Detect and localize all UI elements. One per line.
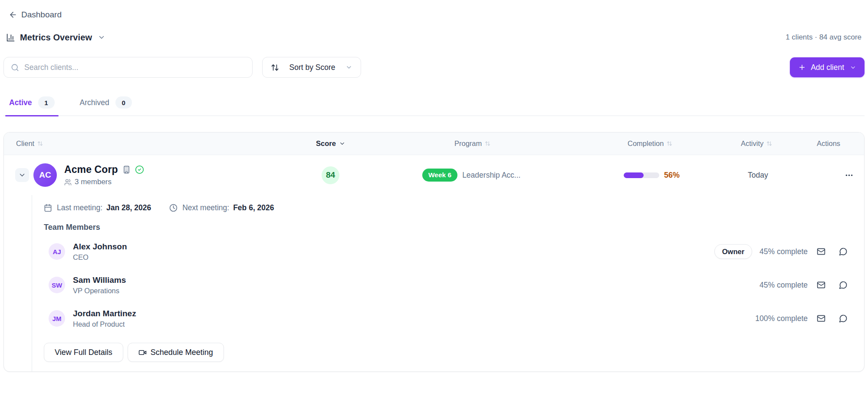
tab-archived[interactable]: Archived 0	[76, 96, 136, 116]
add-client-label: Add client	[811, 63, 844, 72]
message-member-button[interactable]	[835, 277, 851, 293]
sort-arrows-icon	[271, 63, 279, 72]
completion-fill	[624, 172, 644, 178]
table-header-row: Client Score Program Completion	[4, 132, 864, 155]
tab-active-label: Active	[9, 98, 32, 107]
bar-chart-icon	[6, 33, 15, 42]
member-name: Jordan Martinez	[73, 309, 136, 318]
client-details-panel: Last meeting: Jan 28, 2026 Next meeting:…	[32, 195, 864, 371]
verified-check-icon	[135, 165, 144, 174]
column-header-score[interactable]: Score	[315, 139, 441, 148]
column-header-actions: Actions	[809, 139, 865, 148]
building-icon	[122, 166, 131, 174]
sort-arrows-icon	[37, 141, 43, 146]
search-icon	[11, 63, 19, 72]
view-details-label: View Full Details	[55, 348, 112, 357]
clients-table: Client Score Program Completion	[3, 132, 865, 372]
chevron-down-icon	[339, 140, 345, 147]
expand-row-button[interactable]	[15, 168, 29, 182]
clock-icon	[169, 204, 178, 212]
arrow-left-icon	[9, 10, 17, 19]
activity-value: Today	[736, 171, 809, 180]
client-avatar: AC	[33, 163, 57, 187]
email-member-button[interactable]	[813, 311, 829, 326]
sort-label: Sort by Score	[279, 63, 345, 72]
team-member-row: SW Sam Williams VP Operations 45% comple…	[44, 272, 851, 298]
plus-icon	[798, 63, 806, 71]
message-member-button[interactable]	[835, 244, 851, 259]
schedule-meeting-button[interactable]: Schedule Meeting	[128, 343, 224, 362]
sort-arrows-icon	[667, 141, 672, 146]
owner-badge: Owner	[714, 244, 752, 259]
member-role: VP Operations	[73, 287, 126, 295]
team-member-row: AJ Alex Johnson CEO Owner 45% complete	[44, 239, 851, 264]
chevron-down-icon	[98, 33, 105, 41]
week-badge: Week 6	[422, 169, 457, 182]
search-box	[3, 57, 253, 78]
mail-icon	[817, 247, 825, 256]
calendar-icon	[44, 204, 52, 212]
chat-bubble-icon	[839, 247, 848, 256]
member-name: Alex Johnson	[73, 242, 127, 252]
chevron-down-icon	[850, 64, 856, 71]
member-progress: 45% complete	[760, 281, 808, 290]
view-title: Metrics Overview	[20, 33, 92, 43]
member-role: Head of Product	[73, 320, 136, 328]
chevron-down-icon	[345, 64, 352, 71]
client-dashboard-page: Dashboard Metrics Overview 1 clients · 8…	[0, 0, 868, 404]
tab-active[interactable]: Active 1	[5, 96, 59, 116]
last-meeting-label: Last meeting:	[57, 203, 102, 212]
view-full-details-button[interactable]: View Full Details	[44, 343, 123, 362]
row-actions-menu-button[interactable]	[841, 167, 857, 183]
column-header-program[interactable]: Program	[441, 139, 623, 148]
last-meeting-value: Jan 28, 2026	[106, 203, 151, 212]
score-badge: 84	[322, 166, 339, 184]
members-count-label: 3 members	[75, 178, 112, 186]
column-header-completion[interactable]: Completion	[623, 139, 736, 148]
client-row[interactable]: AC Acme Corp	[4, 155, 864, 195]
mail-icon	[817, 281, 825, 289]
back-label: Dashboard	[21, 10, 62, 20]
mail-icon	[817, 314, 825, 323]
ellipsis-icon	[845, 171, 854, 180]
member-role: CEO	[73, 253, 127, 262]
column-header-client[interactable]: Client	[4, 139, 315, 148]
member-avatar: AJ	[49, 243, 65, 260]
email-member-button[interactable]	[813, 244, 829, 259]
video-camera-icon	[138, 348, 147, 357]
chat-bubble-icon	[839, 281, 848, 289]
schedule-meeting-label: Schedule Meeting	[151, 348, 213, 357]
tab-archived-label: Archived	[80, 98, 109, 107]
tab-archived-count-badge: 0	[115, 96, 132, 109]
completion-percent: 56%	[664, 171, 680, 180]
sort-arrows-icon	[766, 141, 772, 146]
sort-button[interactable]: Sort by Score	[262, 57, 361, 78]
users-icon	[64, 179, 72, 186]
metrics-view-selector[interactable]: Metrics Overview	[6, 33, 105, 43]
team-members-title: Team Members	[44, 223, 851, 232]
next-meeting-value: Feb 6, 2026	[233, 203, 274, 212]
client-name: Acme Corp	[64, 164, 118, 176]
program-name: Leadership Acc...	[462, 171, 520, 180]
member-progress: 45% complete	[760, 247, 808, 256]
member-avatar: JM	[49, 310, 65, 327]
sort-arrows-icon	[485, 141, 490, 146]
tab-active-count-badge: 1	[38, 96, 55, 109]
add-client-button[interactable]: Add client	[790, 57, 865, 77]
team-member-row: JM Jordan Martinez Head of Product 100% …	[44, 306, 851, 331]
chevron-down-icon	[18, 171, 26, 179]
back-to-dashboard-link[interactable]: Dashboard	[9, 10, 62, 20]
member-name: Sam Williams	[73, 275, 126, 285]
next-meeting-label: Next meeting:	[182, 203, 229, 212]
member-progress: 100% complete	[755, 314, 808, 323]
chat-bubble-icon	[839, 314, 848, 323]
completion-progress-bar	[624, 172, 659, 178]
member-avatar: SW	[49, 277, 65, 293]
search-input[interactable]	[24, 63, 245, 72]
email-member-button[interactable]	[813, 277, 829, 293]
message-member-button[interactable]	[835, 311, 851, 326]
team-members-list: AJ Alex Johnson CEO Owner 45% complete	[44, 239, 851, 331]
column-header-activity[interactable]: Activity	[736, 139, 809, 148]
status-tabs: Active 1 Archived 0	[3, 96, 865, 116]
clients-summary: 1 clients · 84 avg score	[786, 33, 861, 42]
